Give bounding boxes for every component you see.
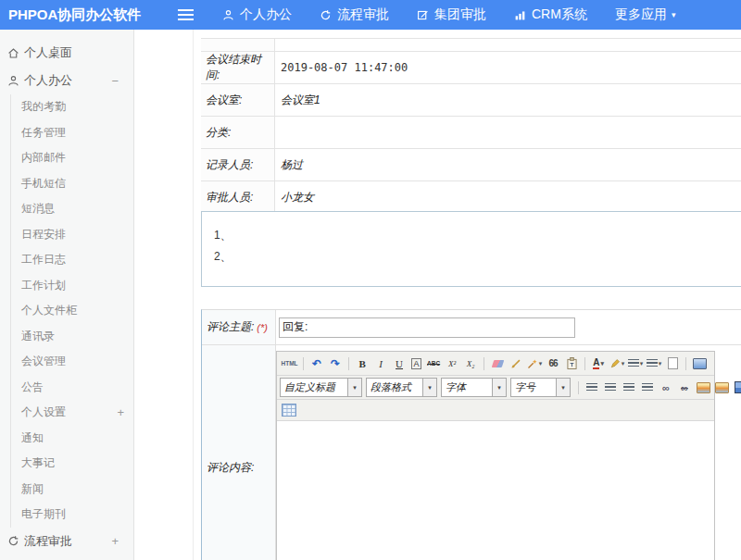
home-icon — [7, 47, 20, 59]
caret-down-icon: ▾ — [347, 379, 361, 396]
sidebar-subitem-label: 电子期刊 — [21, 506, 66, 522]
sidebar-subitem[interactable]: 手机短信 — [21, 171, 133, 197]
caret-down-icon: ▾ — [659, 360, 662, 367]
hamburger-icon[interactable] — [178, 7, 196, 22]
sidebar-item-desktop[interactable]: 个人桌面 — [0, 39, 133, 67]
editor-toolbar-row1: HTML↶↷BIUAABCX²X₂▾66A▾▾▾▾ — [277, 352, 714, 376]
sidebar-subitem-label: 个人文件柜 — [21, 303, 77, 318]
topbar-nav: 个人办公 流程审批 集团审批 CRM系统 更多应用 ▾ — [222, 6, 675, 23]
align-left-button[interactable] — [584, 380, 600, 396]
align-center-button[interactable] — [603, 380, 619, 396]
minutes-line: 1、 — [214, 225, 741, 246]
sidebar-subitem-label: 会议管理 — [21, 354, 66, 369]
topbar-nav-item[interactable]: CRM系统 — [514, 6, 587, 23]
sidebar: 个人桌面 个人办公 − 我的考勤 任务管理 内部邮件 手机短信 短消息 日程安排… — [0, 30, 134, 560]
unlink-button[interactable]: ∞ — [677, 380, 693, 396]
topbar-nav-item[interactable]: 更多应用 ▾ — [615, 6, 676, 23]
sidebar-subitem-label: 通知 — [21, 430, 44, 446]
redo-button[interactable]: ↷ — [328, 355, 344, 372]
sidebar-subitem[interactable]: 公告 — [21, 375, 133, 401]
editor-toolbar-row3 — [277, 400, 714, 421]
sidebar-subitem[interactable]: 工作日志 — [21, 247, 133, 273]
topbar: PHPOA协同办公软件 个人办公 流程审批 集团审批 CRM系统 更多应用 ▾ — [0, 0, 741, 30]
underline-button[interactable]: U — [392, 355, 408, 372]
sidebar-subitem-label: 任务管理 — [21, 125, 66, 141]
field-label: 审批人员: — [201, 181, 275, 213]
html-source-button[interactable]: HTML — [282, 355, 298, 372]
caret-down-icon: ▾ — [622, 360, 625, 367]
comment-subject-label: 评论主题: (*) — [202, 310, 276, 344]
image-upload-button[interactable] — [714, 380, 730, 396]
toolbar-separator — [348, 357, 349, 370]
ordered-list-button[interactable]: ▾ — [628, 355, 644, 372]
font-border-button[interactable]: A — [411, 358, 421, 369]
sidebar-subitem[interactable]: 通讯录 — [21, 324, 133, 350]
sidebar-subitem[interactable]: 日程安排 — [21, 222, 133, 248]
sidebar-subitem[interactable]: 电子期刊 — [21, 502, 133, 528]
sidebar-subitem[interactable]: 工作计划 — [21, 273, 133, 299]
font-color-button[interactable]: A▾ — [591, 355, 607, 372]
topbar-nav-item[interactable]: 个人办公 — [222, 6, 292, 23]
sidebar-item-workflow[interactable]: 流程审批 + — [0, 528, 133, 555]
collapse-toggle[interactable]: − — [111, 74, 119, 88]
image-button[interactable] — [696, 380, 711, 396]
minutes-line: 2、 — [214, 246, 741, 268]
align-right-button[interactable] — [622, 380, 637, 396]
comment-subject-input[interactable] — [279, 317, 575, 338]
sidebar-subitem[interactable]: 任务管理 — [21, 120, 133, 146]
editor-select[interactable]: 字号 ▾ — [510, 378, 571, 397]
app-logo: PHPOA协同办公软件 — [0, 6, 178, 24]
link-button[interactable]: ∞ — [659, 380, 674, 396]
nav-item-label: 流程审批 — [337, 6, 389, 23]
expand-toggle: + — [117, 405, 124, 419]
editor-select[interactable]: 自定义标题 ▾ — [280, 378, 362, 397]
sidebar-item-label: 个人办公 — [24, 72, 72, 89]
editor-select-label: 段落格式 — [367, 379, 422, 396]
user-icon — [222, 9, 234, 21]
sidebar-subitem[interactable]: 新闻 — [21, 477, 133, 503]
undo-button[interactable]: ↶ — [309, 355, 325, 372]
sidebar-subitem-label: 日程安排 — [21, 227, 66, 243]
media-button[interactable] — [733, 380, 741, 396]
eraser-button[interactable] — [490, 355, 506, 372]
sidebar-subitem[interactable]: 短消息 — [21, 196, 133, 222]
fullscreen-button[interactable] — [692, 355, 708, 372]
superscript-button[interactable]: X² — [445, 355, 460, 372]
expand-toggle[interactable]: + — [111, 534, 119, 548]
topbar-nav-item[interactable]: 集团审批 — [417, 6, 486, 23]
strikethrough-button[interactable]: ABC — [426, 355, 442, 372]
editor-select-label: 自定义标题 — [281, 379, 347, 396]
editor-select[interactable]: 段落格式 ▾ — [366, 378, 437, 397]
sidebar-subitem[interactable]: 通知 — [21, 426, 133, 452]
sidebar-subitem[interactable]: 个人文件柜 — [21, 298, 133, 324]
table-row: 会议结束时间: 2019-08-07 11:47:00 — [201, 52, 741, 84]
topbar-nav-item[interactable]: 流程审批 — [320, 6, 389, 23]
required-mark: (*) — [257, 322, 268, 333]
subscript-button[interactable]: X₂ — [463, 355, 479, 372]
nav-item-label: 个人办公 — [240, 6, 292, 23]
sidebar-subitem[interactable]: 我的考勤 — [21, 94, 133, 120]
table-row: 记录人员: 杨过 — [201, 149, 741, 181]
bold-button[interactable]: B — [355, 355, 370, 372]
unordered-list-button[interactable]: ▾ — [647, 355, 662, 372]
nav-item-label: 集团审批 — [434, 6, 486, 23]
italic-button[interactable]: I — [373, 355, 389, 372]
sidebar-subitem[interactable]: 内部邮件 — [21, 145, 133, 171]
sidebar-subitem-label: 手机短信 — [21, 176, 66, 192]
sidebar-item-personal-office[interactable]: 个人办公 − — [0, 67, 133, 94]
sidebar-subitem[interactable]: 个人设置 + — [21, 400, 133, 426]
caret-down-icon: ▾ — [672, 10, 676, 19]
magic-wand-button[interactable]: ▾ — [527, 355, 543, 372]
insert-table-button[interactable] — [282, 402, 297, 418]
new-page-button[interactable] — [665, 355, 681, 372]
align-justify-button[interactable] — [640, 380, 656, 396]
blockquote-button[interactable]: 66 — [546, 355, 561, 372]
format-brush-button[interactable] — [509, 355, 524, 372]
sidebar-subitem[interactable]: 大事记 — [21, 451, 133, 477]
editor-content-area[interactable] — [277, 421, 714, 560]
paste-button[interactable] — [564, 355, 580, 372]
hamburger-bars — [178, 9, 194, 20]
highlight-color-button[interactable]: ▾ — [609, 355, 625, 372]
sidebar-subitem[interactable]: 会议管理 — [21, 349, 133, 375]
editor-select[interactable]: 字体 ▾ — [441, 378, 507, 397]
